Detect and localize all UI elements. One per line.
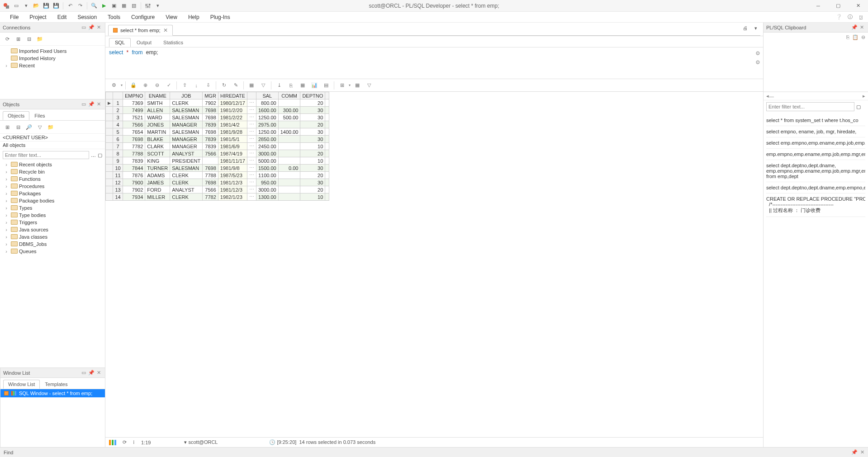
menu-configure[interactable]: Configure <box>126 12 160 22</box>
table-row[interactable]: 97839KINGPRESIDENT1981/11/17⋯5000.0010 <box>106 157 329 165</box>
panel-restore-icon[interactable]: ▭ <box>80 24 87 31</box>
panel-pin-icon[interactable]: 📌 <box>851 24 858 31</box>
clip-paste-icon[interactable]: 📋 <box>852 34 859 40</box>
help-icon[interactable]: ❔ <box>835 13 844 22</box>
clipboard-entry[interactable]: select emp.empno,emp.ename,emp.job,emp.m… <box>766 137 865 149</box>
filter-go-icon[interactable]: ▢ <box>98 152 102 158</box>
object-item[interactable]: ›Java classes <box>0 233 105 240</box>
rollback-icon[interactable]: ▧ <box>129 1 138 10</box>
panel-restore-icon[interactable]: ▭ <box>80 369 87 376</box>
clipboard-entry[interactable]: select * from system_set t where t.hos_c… <box>766 115 865 126</box>
clip-filter-go-icon[interactable]: ▢ <box>856 104 861 110</box>
chart-icon[interactable]: 📊 <box>309 80 319 90</box>
find-bar[interactable]: Find 📌 ✕ <box>0 447 868 457</box>
conn-refresh-icon[interactable]: ⟳ <box>3 34 12 43</box>
column-header[interactable]: DEPTNO <box>300 92 325 99</box>
column-header[interactable] <box>247 92 256 99</box>
conn-item-1[interactable]: Imported History <box>0 55 105 62</box>
clip-next-icon[interactable]: ▸ <box>863 93 865 99</box>
filter-icon[interactable]: ▽ <box>364 80 374 90</box>
data-grid[interactable]: EMPNOENAMEJOBMGRHIREDATESALCOMMDEPTNO ▶1… <box>105 92 763 437</box>
table-row[interactable]: 137902FORDANALYST75661981/12/3⋯3000.0020 <box>106 186 329 193</box>
object-item[interactable]: ›Queues <box>0 248 105 255</box>
wl-tab-templates[interactable]: Templates <box>40 380 72 389</box>
open-icon[interactable]: 📂 <box>32 1 41 10</box>
conn-folder-icon[interactable]: 📁 <box>35 34 44 43</box>
menu-tools[interactable]: Tools <box>102 12 126 22</box>
clipboard-entry[interactable]: CREATE OR REPLACE PROCEDURE "PRC_MZ_FEE"… <box>766 193 865 217</box>
clipboard-entry[interactable]: select empno, ename, job, mgr, hiredate, <box>766 126 865 137</box>
panel-pin-icon[interactable]: 📌 <box>88 24 95 31</box>
single-record-icon[interactable]: ▽ <box>258 80 268 90</box>
column-header[interactable]: ENAME <box>145 92 170 99</box>
column-header[interactable]: JOB <box>170 92 203 99</box>
lock-icon[interactable]: 🔒 <box>128 80 138 90</box>
panel-close-icon[interactable]: ✕ <box>95 24 102 31</box>
new-dropdown-icon[interactable]: ▾ <box>22 1 31 10</box>
table-row[interactable]: 47566JONESMANAGER78391981/4/2⋯2975.0020 <box>106 121 329 128</box>
column-header[interactable]: EMPNO <box>123 92 145 99</box>
panel-close-icon[interactable]: ✕ <box>95 101 102 108</box>
clipboard-filter-input[interactable] <box>766 102 854 111</box>
gear-down-icon[interactable]: ⚙ <box>755 59 760 66</box>
settings-icon[interactable] <box>143 1 152 10</box>
connection-label[interactable]: scott@ORCL <box>188 439 218 445</box>
conn-remove-icon[interactable]: ⊟ <box>24 34 33 43</box>
filter-ellipsis-icon[interactable]: … <box>91 152 96 158</box>
new-icon[interactable]: ▭ <box>12 1 21 10</box>
obj-folder-icon[interactable]: 📁 <box>46 122 55 132</box>
findbar-pin-icon[interactable]: 📌 <box>851 449 858 455</box>
conn-item-2[interactable]: ›Recent <box>0 62 105 69</box>
object-item[interactable]: ›Functions <box>0 175 105 183</box>
objects-filter-input[interactable] <box>3 151 89 159</box>
objects-tab-objects[interactable]: Objects <box>3 111 29 120</box>
commit-icon[interactable]: ▦ <box>119 1 128 10</box>
conn-item-0[interactable]: Imported Fixed Users <box>0 47 105 55</box>
object-item[interactable]: ›Recent objects <box>0 161 105 168</box>
fetch-icon[interactable]: ↻ <box>219 80 229 90</box>
object-item[interactable]: ›Java sources <box>0 226 105 233</box>
print-icon[interactable]: 🖨 <box>740 24 749 33</box>
maximize-button[interactable]: ▢ <box>828 0 848 12</box>
object-item[interactable]: ›Packages <box>0 190 105 197</box>
table-row[interactable]: 27499ALLENSALESMAN76981981/2/20⋯1600.003… <box>106 107 329 114</box>
object-item[interactable]: ›Triggers <box>0 219 105 226</box>
clipboard-entry[interactable]: select dept.deptno,dept.dname, emp.empno… <box>766 160 865 182</box>
redo-icon[interactable]: ↷ <box>76 1 85 10</box>
menu-project[interactable]: Project <box>24 12 52 22</box>
table-row[interactable]: 67698BLAKEMANAGER78391981/5/1⋯2850.0030 <box>106 136 329 143</box>
column-header[interactable]: COMM <box>278 92 300 99</box>
undo-icon[interactable]: ↶ <box>66 1 75 10</box>
column-header[interactable] <box>106 92 113 99</box>
obj-find-icon[interactable]: 🔎 <box>24 122 33 132</box>
print-grid-icon[interactable]: ▤ <box>321 80 331 90</box>
wl-tab-windowlist[interactable]: Window List <box>3 380 40 389</box>
newtable-icon[interactable]: ▦ <box>352 80 362 90</box>
table-row[interactable]: 37521WARDSALESMAN76981981/2/22⋯1250.0050… <box>106 114 329 121</box>
context-help-icon[interactable]: ⍰ <box>856 13 865 22</box>
tab-menu-icon[interactable]: ▾ <box>751 24 760 33</box>
column-header[interactable] <box>113 92 123 99</box>
panel-pin-icon[interactable]: 📌 <box>88 369 95 376</box>
object-item[interactable]: ›Package bodies <box>0 197 105 204</box>
findbar-close-icon[interactable]: ✕ <box>860 449 864 455</box>
clip-copy-icon[interactable]: ⎘ <box>846 34 849 40</box>
menu-session[interactable]: Session <box>72 12 102 22</box>
save-all-icon[interactable]: 💾 <box>52 1 61 10</box>
obj-add-icon[interactable]: ⊞ <box>3 122 12 132</box>
add-row-icon[interactable]: ⊕ <box>140 80 150 90</box>
column-header[interactable]: HIREDATE <box>218 92 247 99</box>
table-row[interactable]: 77782CLARKMANAGER78391981/6/9⋯2450.0010 <box>106 143 329 150</box>
menu-edit[interactable]: Edit <box>52 12 72 22</box>
obj-filter-icon[interactable]: ▽ <box>35 122 44 132</box>
menu-help[interactable]: Help <box>183 12 205 22</box>
tab-close-icon[interactable]: ✕ <box>163 27 168 33</box>
save-icon[interactable]: 💾 <box>42 1 51 10</box>
stop-icon[interactable]: ▣ <box>109 1 119 10</box>
copy-icon[interactable]: ⎘ <box>286 80 296 90</box>
refresh-icon[interactable]: ⟳ <box>123 439 127 445</box>
table-row[interactable]: 117876ADAMSCLERK77881987/5/23⋯1100.0020 <box>106 172 329 179</box>
object-item[interactable]: ›Recycle bin <box>0 168 105 175</box>
panel-close-icon[interactable]: ✕ <box>859 24 865 31</box>
clip-delete-icon[interactable]: ⊖ <box>861 34 865 40</box>
